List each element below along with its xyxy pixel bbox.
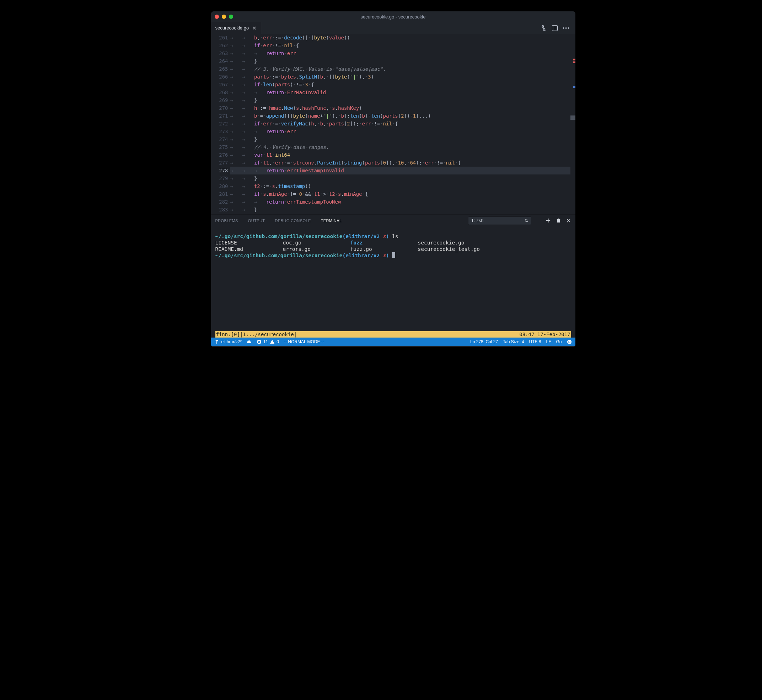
git-branch-icon (215, 339, 220, 344)
chevron-updown-icon: ⇅ (524, 218, 528, 223)
svg-point-3 (570, 341, 570, 341)
terminal-cursor (392, 252, 395, 258)
minimap[interactable] (570, 34, 576, 214)
cloud-sync-icon (247, 339, 252, 344)
window-minimize-button[interactable] (222, 14, 226, 19)
cursor-position-status[interactable]: Ln 278, Col 27 (470, 339, 498, 344)
svg-point-1 (567, 340, 571, 344)
git-sync-status[interactable] (247, 339, 252, 344)
compare-changes-icon[interactable] (541, 25, 547, 31)
editor[interactable]: 2612622632642652662672682692702712722732… (211, 34, 576, 214)
tab-bar: securecookie.go ✕ ••• (211, 22, 576, 34)
panel-tab-output[interactable]: OUTPUT (248, 219, 265, 223)
more-actions-icon[interactable]: ••• (563, 25, 570, 31)
encoding-status[interactable]: UTF-8 (529, 339, 541, 344)
problems-status[interactable]: 11 0 (257, 339, 279, 344)
minimap-error-marker (573, 59, 576, 60)
editor-tab[interactable]: securecookie.go ✕ (211, 22, 261, 34)
editor-tab-label: securecookie.go (215, 25, 249, 31)
eol-status[interactable]: LF (546, 339, 551, 344)
panel-tab-terminal[interactable]: TERMINAL (321, 219, 342, 223)
terminal[interactable]: ~/.go/src/github.com/gorilla/securecooki… (211, 227, 576, 338)
svg-point-2 (568, 341, 569, 341)
feedback-icon[interactable] (567, 339, 572, 344)
panel-tab-problems[interactable]: PROBLEMS (215, 219, 238, 223)
minimap-error-marker (573, 61, 576, 63)
warning-icon (270, 339, 275, 344)
minimap-viewport[interactable] (570, 116, 576, 120)
new-terminal-icon[interactable] (546, 218, 551, 224)
panel-tab-debug[interactable]: DEBUG CONSOLE (275, 219, 311, 223)
kill-terminal-icon[interactable] (556, 218, 561, 224)
line-number-gutter: 2612622632642652662672682692702712722732… (211, 34, 230, 214)
status-bar: elithrar/v2* 11 0 -- NORMAL MODE -- Ln 2… (211, 338, 576, 346)
indentation-status[interactable]: Tab Size: 4 (503, 339, 524, 344)
close-icon[interactable]: ✕ (252, 25, 257, 31)
git-branch-status[interactable]: elithrar/v2* (215, 339, 242, 344)
code-area[interactable]: → → b,·err·:=·decode([·]byte(value))→ → … (230, 34, 570, 214)
vscode-window: securecookie.go - securecookie securecoo… (211, 11, 576, 347)
window-close-button[interactable] (215, 14, 219, 19)
panel: PROBLEMS OUTPUT DEBUG CONSOLE TERMINAL 1… (211, 214, 576, 338)
split-editor-icon[interactable] (552, 25, 558, 31)
tmux-right: 08:47 17-Feb-2017 (519, 331, 570, 338)
minimap-info-marker (573, 86, 576, 88)
vim-mode-status: -- NORMAL MODE -- (284, 339, 324, 344)
titlebar: securecookie.go - securecookie (211, 11, 576, 22)
tmux-status-bar: finn:[0]|1:../securecookie| 08:47 17-Feb… (215, 331, 571, 338)
tmux-left: finn:[0]|1:../securecookie| (216, 331, 297, 338)
language-status[interactable]: Go (556, 339, 562, 344)
error-icon (257, 339, 261, 344)
terminal-picker[interactable]: 1: zsh ⇅ (468, 216, 531, 225)
close-panel-icon[interactable]: ✕ (566, 217, 571, 224)
window-zoom-button[interactable] (229, 14, 233, 19)
window-title: securecookie.go - securecookie (211, 14, 576, 20)
